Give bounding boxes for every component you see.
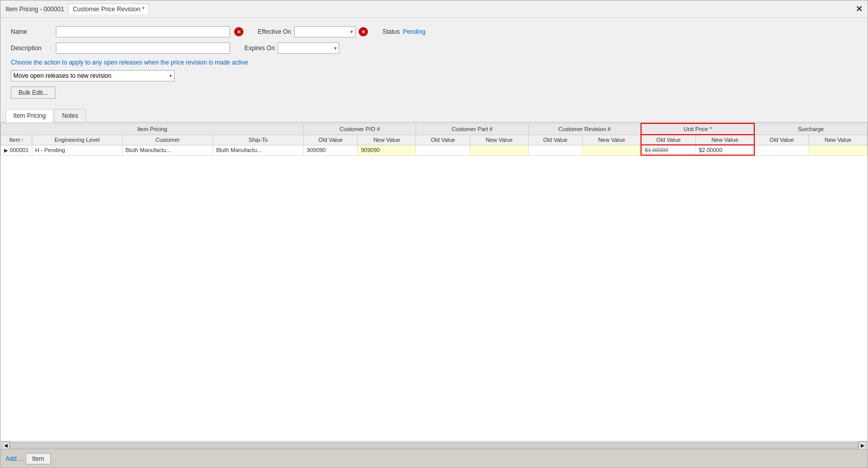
group-label-customer-revision: Customer Revision # — [559, 126, 611, 132]
form-area: Name ✕ Effective On ✕ Status Pending Des… — [1, 18, 867, 104]
col-header-po-new[interactable]: New Value — [358, 135, 416, 145]
title-bar-left: Item Pricing - 000001 Customer Price Rev… — [6, 4, 149, 14]
col-header-surcharge-new-label: New Value — [824, 137, 851, 143]
effective-on-select-wrapper — [294, 26, 356, 37]
scroll-left-arrow[interactable]: ◀ — [2, 441, 10, 450]
col-header-rev-old[interactable]: Old Value — [528, 135, 582, 145]
name-clear-button[interactable]: ✕ — [234, 27, 243, 36]
scroll-right-icon: ▶ — [861, 443, 864, 448]
pricing-table: Item Pricing Customer P/O # Customer Par… — [1, 123, 867, 156]
row-arrow-cell: ▶ 000001 — [1, 145, 32, 155]
row-po-new: 909090 — [358, 145, 416, 155]
col-header-unit-old-label: Old Value — [656, 137, 681, 143]
group-header-row: Item Pricing Customer P/O # Customer Par… — [1, 123, 867, 135]
effective-on-group: Effective On ✕ — [258, 26, 368, 37]
row-rev-old — [528, 145, 582, 155]
col-header-rev-old-label: Old Value — [543, 137, 568, 143]
col-header-part-old[interactable]: Old Value — [416, 135, 470, 145]
expires-on-select-wrapper — [278, 42, 339, 54]
description-row: Description Expires On — [11, 42, 857, 54]
col-header-item-label: Item — [9, 137, 20, 143]
row-engineering-level: H - Pending — [32, 145, 122, 155]
col-header-customer[interactable]: Customer — [122, 135, 213, 145]
expires-on-group: Expires On — [244, 42, 339, 54]
col-header-po-new-label: New Value — [374, 137, 400, 143]
action-text: Choose the action to apply to any open r… — [11, 59, 857, 66]
scroll-left-icon: ◀ — [4, 443, 8, 448]
row-part-old — [416, 145, 470, 155]
item-button[interactable]: Item — [26, 453, 51, 464]
description-label: Description — [11, 45, 52, 52]
col-header-po-old[interactable]: Old Value — [304, 135, 358, 145]
name-label: Name — [11, 28, 52, 35]
group-header-unit-price: Unit Price * — [641, 123, 754, 135]
col-header-unit-old[interactable]: Old Value — [641, 135, 695, 145]
col-header-surcharge-new[interactable]: New Value — [809, 135, 867, 145]
effective-on-clear-button[interactable]: ✕ — [359, 27, 368, 36]
tab-notes[interactable]: Notes — [54, 109, 86, 122]
col-header-unit-new[interactable]: New Value — [695, 135, 754, 145]
sort-icon-item: ↑ — [21, 137, 24, 142]
col-header-surcharge-old[interactable]: Old Value — [754, 135, 809, 145]
action-select[interactable]: Move open releases to new revision Do no… — [11, 70, 175, 81]
row-expand-arrow[interactable]: ▶ — [4, 147, 8, 153]
bulk-edit-button[interactable]: Bulk Edit... — [11, 87, 55, 99]
close-button[interactable]: ✕ — [856, 5, 862, 13]
row-part-new — [470, 145, 528, 155]
group-label-customer-po: Customer P/O # — [340, 126, 380, 132]
row-ship-to: Bluth Manufactu... — [213, 145, 303, 155]
expires-on-label: Expires On — [244, 45, 275, 52]
group-header-customer-revision: Customer Revision # — [528, 123, 641, 135]
col-header-ship-to-label: Ship-To — [249, 137, 267, 143]
table-container[interactable]: Item Pricing Customer P/O # Customer Par… — [1, 122, 867, 441]
effective-on-select[interactable] — [294, 26, 356, 37]
group-label-item-pricing: Item Pricing — [137, 126, 167, 132]
col-header-part-new-label: New Value — [486, 137, 512, 143]
col-header-engineering-level[interactable]: Engineering Level — [32, 135, 122, 145]
group-header-surcharge: Surcharge — [754, 123, 867, 135]
horizontal-scrollbar[interactable] — [10, 442, 858, 449]
group-label-unit-price: Unit Price * — [684, 126, 712, 132]
col-header-eng-label: Engineering Level — [54, 137, 99, 143]
tab-notes-label: Notes — [62, 112, 78, 119]
tabs-area: Item Pricing Notes — [1, 109, 867, 122]
title-prefix: Item Pricing - 000001 — [6, 6, 64, 13]
name-input[interactable] — [56, 26, 230, 37]
col-header-po-old-label: Old Value — [318, 137, 343, 143]
status-value: Pending — [403, 28, 425, 35]
title-tab-label: Customer Price Revision * — [73, 6, 144, 13]
effective-on-label: Effective On — [258, 28, 291, 35]
col-header-rev-new-label: New Value — [598, 137, 625, 143]
name-row: Name ✕ Effective On ✕ Status Pending — [11, 26, 857, 37]
col-header-surcharge-old-label: Old Value — [770, 137, 794, 143]
title-bar: Item Pricing - 000001 Customer Price Rev… — [1, 1, 867, 18]
row-unit-old: $1.00000 — [641, 145, 695, 155]
status-label: Status — [382, 28, 400, 35]
table-row[interactable]: ▶ 000001 H - Pending Bluth Manufactu... … — [1, 145, 867, 155]
col-header-rev-new[interactable]: New Value — [582, 135, 641, 145]
group-header-item-pricing: Item Pricing — [1, 123, 304, 135]
expires-on-select[interactable] — [278, 42, 339, 54]
main-window: Item Pricing - 000001 Customer Price Rev… — [0, 0, 868, 468]
group-label-surcharge: Surcharge — [798, 126, 824, 132]
col-header-row: Item ↑ Engineering Level Customer Ship-T… — [1, 135, 867, 145]
scrollbar-area: ◀ ▶ — [1, 441, 867, 449]
scroll-right-arrow[interactable]: ▶ — [858, 441, 866, 450]
status-group: Status Pending — [382, 28, 425, 35]
row-surcharge-new — [809, 145, 867, 155]
row-item: 000001 — [10, 147, 29, 153]
bulk-edit-row: Bulk Edit... — [11, 87, 857, 99]
row-unit-new: $2.00000 — [695, 145, 754, 155]
col-header-customer-label: Customer — [155, 137, 180, 143]
tab-item-pricing[interactable]: Item Pricing — [6, 109, 53, 122]
add-label[interactable]: Add ... — [6, 455, 24, 462]
col-header-part-new[interactable]: New Value — [470, 135, 528, 145]
title-tab[interactable]: Customer Price Revision * — [68, 4, 149, 14]
col-header-ship-to[interactable]: Ship-To — [213, 135, 303, 145]
col-header-item[interactable]: Item ↑ — [1, 135, 32, 145]
group-header-customer-part: Customer Part # — [416, 123, 528, 135]
action-dropdown-row: Move open releases to new revision Do no… — [11, 70, 857, 81]
group-label-customer-part: Customer Part # — [451, 126, 492, 132]
description-input[interactable] — [56, 42, 230, 54]
action-select-wrapper: Move open releases to new revision Do no… — [11, 70, 175, 81]
